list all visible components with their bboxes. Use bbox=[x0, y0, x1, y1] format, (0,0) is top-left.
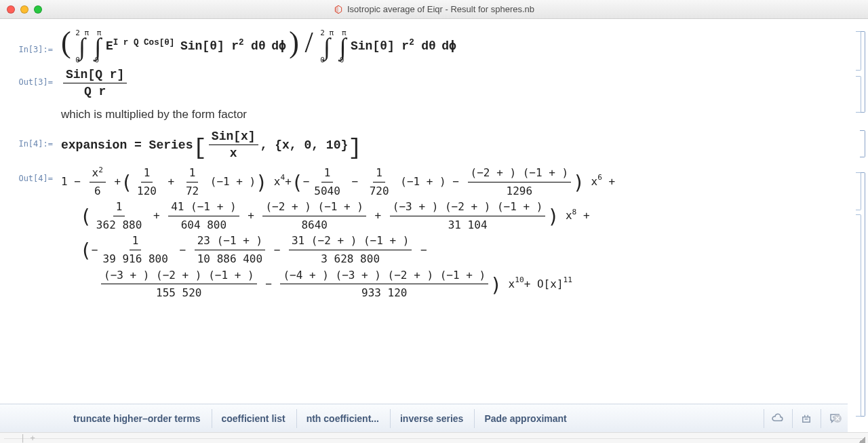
cell-bracket[interactable] bbox=[860, 130, 865, 157]
text-cell-body: which is multiplied by the form factor bbox=[61, 102, 848, 126]
cell-body-out4: 1 − x26 + ( 1120 + 172 (−1 + ) ) x4 + (−… bbox=[61, 164, 848, 302]
resize-grip-icon[interactable] bbox=[859, 436, 865, 443]
integral-2: π ∫ 0 bbox=[95, 30, 102, 64]
cell-bracket-inner[interactable] bbox=[856, 214, 861, 417]
cell-bracket-inner[interactable] bbox=[856, 31, 861, 71]
cell-bracket-inner[interactable] bbox=[856, 76, 861, 113]
window-controls bbox=[7, 5, 42, 14]
cell-in3[interactable]: In[3]:= ( 2 π ∫ 0 π ∫ 0 EI r Q Cos[θ] Si… bbox=[0, 30, 848, 64]
close-suggestions-icon[interactable] bbox=[829, 413, 846, 424]
cell-in4[interactable]: In[4]:= expansion = Series [ Sin[x] x , … bbox=[0, 130, 848, 160]
cell-bracket-inner[interactable] bbox=[856, 172, 861, 210]
cell-label-out3: Out[3]= bbox=[0, 68, 61, 87]
integral-4: π ∫ 0 bbox=[340, 30, 347, 64]
titlebar: Isotropic average of Eiqr - Result for s… bbox=[0, 0, 868, 19]
footer: | + bbox=[0, 432, 868, 443]
suggestion-inverse-series[interactable]: inverse series bbox=[390, 409, 473, 428]
suggestion-bar: truncate higher–order terms coefficient … bbox=[0, 404, 848, 432]
svg-marker-0 bbox=[335, 5, 341, 14]
cell-body-in3: ( 2 π ∫ 0 π ∫ 0 EI r Q Cos[θ] Sin[θ] r2 … bbox=[61, 30, 848, 64]
minimize-icon[interactable] bbox=[20, 5, 28, 14]
close-icon[interactable] bbox=[7, 5, 15, 14]
cell-body-out3: Sin[Q r] Q r bbox=[61, 68, 848, 98]
cell-out4[interactable]: Out[4]= 1 − x26 + ( 1120 + 172 (−1 + ) )… bbox=[0, 164, 848, 302]
zoom-icon[interactable] bbox=[34, 5, 42, 14]
cell-text[interactable]: which is multiplied by the form factor bbox=[0, 102, 848, 126]
window-title: Isotropic average of Eiqr - Result for s… bbox=[347, 4, 534, 14]
settings-icon[interactable] bbox=[792, 409, 819, 428]
suggestion-pade[interactable]: Pade approximant bbox=[474, 409, 576, 428]
suggestion-coefficient-list[interactable]: coefficient list bbox=[212, 409, 295, 428]
notebook: In[3]:= ( 2 π ∫ 0 π ∫ 0 EI r Q Cos[θ] Si… bbox=[0, 19, 868, 432]
cell-body-in4: expansion = Series [ Sin[x] x , {x, 0, 1… bbox=[61, 130, 848, 160]
svg-marker-1 bbox=[335, 5, 338, 14]
cell-label-out4: Out[4]= bbox=[0, 164, 61, 183]
mathematica-icon bbox=[334, 5, 343, 14]
integral-3: 2 π ∫ 0 bbox=[320, 30, 334, 64]
cell-label-in4: In[4]:= bbox=[0, 130, 61, 149]
integral-1: 2 π ∫ 0 bbox=[75, 30, 89, 64]
cell-label-in3: In[3]:= bbox=[0, 30, 61, 54]
content-area: In[3]:= ( 2 π ∫ 0 π ∫ 0 EI r Q Cos[θ] Si… bbox=[0, 19, 848, 432]
cloud-icon[interactable] bbox=[764, 409, 791, 428]
cell-out3[interactable]: Out[3]= Sin[Q r] Q r bbox=[0, 68, 848, 98]
suggestion-nth-coefficient[interactable]: nth coefficient... bbox=[296, 409, 389, 428]
add-cell-icon[interactable]: | + bbox=[20, 434, 35, 443]
suggestion-truncate[interactable]: truncate higher–order terms bbox=[64, 409, 210, 428]
